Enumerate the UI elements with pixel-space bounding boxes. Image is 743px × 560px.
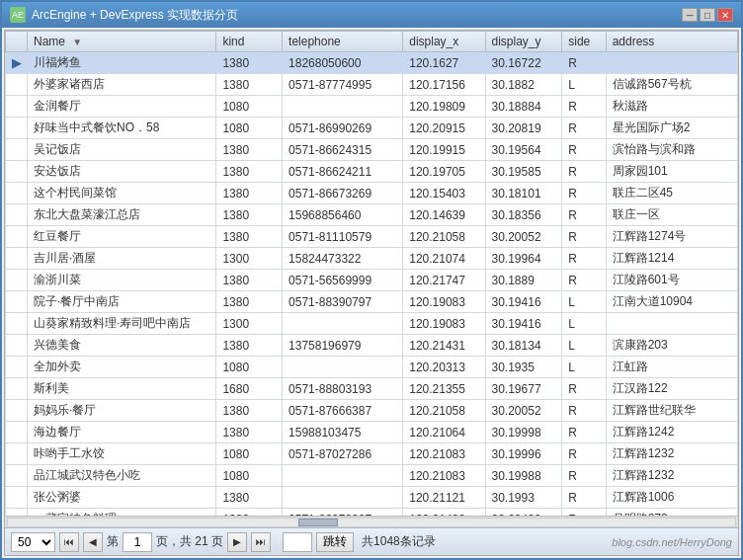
prev-page-button[interactable]: ◀: [83, 532, 103, 552]
cell-name: 全加外卖: [28, 357, 216, 378]
first-page-button[interactable]: ⏮: [59, 532, 79, 552]
cell-display_x: 120.19705: [403, 161, 485, 183]
table-row[interactable]: 斯利美16800571-88803193120.2135530.19677R江汉…: [6, 378, 738, 400]
cell-address: 江汉路122: [606, 378, 737, 400]
cell-telephone: 13758196979: [283, 335, 403, 357]
cell-display_x: 120.19809: [403, 96, 485, 118]
table-row[interactable]: 咔哟手工水饺10800571-87027286120.2108330.19996…: [6, 443, 738, 465]
cell-telephone: [283, 313, 403, 335]
data-table: Name ▼ kind telephone display_x: [5, 31, 738, 516]
page-size-select[interactable]: 50 100 200: [11, 532, 55, 552]
cell-name: 好味当中式餐饮NO．58: [28, 118, 216, 139]
cell-name: 山葵家精致料理·寿司吧中南店: [28, 313, 216, 335]
col-telephone[interactable]: telephone: [283, 32, 403, 52]
table-row[interactable]: 海边餐厅138015988103475120.2106430.19998R江辉路…: [6, 422, 738, 443]
cell-kind: 1380: [216, 204, 283, 226]
cell-indicator: [6, 313, 28, 335]
table-row[interactable]: 山葵家精致料理·寿司吧中南店1300120.1908330.19416L: [6, 313, 738, 335]
table-row[interactable]: 外婆家诸西店13800571-87774995120.1715630.1882L…: [6, 74, 738, 96]
jump-to-page-input[interactable]: [283, 532, 312, 552]
table-row[interactable]: 兴德美食138013758196979120.2143130.18134L滨康路…: [6, 335, 738, 357]
table-row[interactable]: 这个村民间菜馆13800571-86673269120.1540330.1810…: [6, 183, 738, 204]
maximize-button[interactable]: □: [700, 8, 715, 22]
cell-kind: 1380: [216, 487, 283, 509]
table-row[interactable]: 好味当中式餐饮NO．5810800571-86990269120.2091530…: [6, 118, 738, 139]
minimize-button[interactable]: ─: [682, 8, 698, 22]
cell-telephone: 0571-86990269: [283, 118, 403, 139]
horizontal-scrollbar[interactable]: [5, 516, 738, 527]
title-bar-left: AE ArcEngine + DevExpress 实现数据分页: [10, 7, 238, 24]
col-display-y[interactable]: display_y: [485, 32, 562, 52]
cell-address: 江辉路1214: [606, 248, 737, 270]
cell-display_x: 120.14639: [403, 204, 485, 226]
cell-address: 周家园101: [606, 161, 737, 183]
cell-side: L: [562, 74, 606, 96]
cell-display_y: 30.19564: [485, 139, 562, 161]
table-row[interactable]: ▶川福烤鱼138018268050600120.162730.16722R: [6, 52, 738, 74]
table-row[interactable]: 张公粥婆1380120.2112130.1993R江辉路1006: [6, 487, 738, 509]
table-row[interactable]: 一藏家特色料理13000571-88978227120.2149330.2043…: [6, 509, 738, 517]
total-records-label: 共1048条记录: [362, 533, 436, 550]
col-kind[interactable]: kind: [216, 32, 283, 52]
cell-name: 咔哟手工水饺: [28, 443, 216, 465]
page-number-input[interactable]: [123, 532, 152, 552]
col-side-label: side: [568, 35, 590, 48]
scrollbar-track[interactable]: [7, 518, 736, 527]
cell-name: 安达饭店: [28, 161, 216, 183]
cell-kind: 1380: [216, 52, 283, 74]
cell-kind: 1300: [216, 509, 283, 517]
table-row[interactable]: 红豆餐厅13800571-81110579120.2105830.20052R江…: [6, 226, 738, 248]
next-page-button[interactable]: ▶: [227, 532, 247, 552]
cell-indicator: [6, 465, 28, 487]
cell-address: 信诚路567号杭: [606, 74, 737, 96]
cell-address: 联庄一区: [606, 204, 737, 226]
col-display-y-label: display_y: [492, 35, 541, 48]
cell-kind: 1380: [216, 139, 283, 161]
cell-indicator: [6, 443, 28, 465]
cell-indicator: [6, 183, 28, 204]
table-row[interactable]: 东北大盘菜濠江总店138015968856460120.1463930.1835…: [6, 204, 738, 226]
cell-kind: 1680: [216, 378, 283, 400]
jump-button[interactable]: 跳转: [316, 532, 354, 552]
cell-kind: 1080: [216, 118, 283, 139]
cell-name: 一藏家特色料理: [28, 509, 216, 517]
cell-name: 兴德美食: [28, 335, 216, 357]
table-row[interactable]: 品江城武汉特色小吃1080120.2108330.19988R江辉路1232: [6, 465, 738, 487]
cell-display_y: 30.19677: [485, 378, 562, 400]
cell-display_x: 120.20313: [403, 357, 485, 378]
table-container[interactable]: Name ▼ kind telephone display_x: [5, 31, 738, 516]
cell-name: 外婆家诸西店: [28, 74, 216, 96]
table-row[interactable]: 渝浙川菜13800571-56569999120.2174730.1889R江陵…: [6, 270, 738, 291]
col-display-x[interactable]: display_x: [403, 32, 485, 52]
table-row[interactable]: 吉川居·酒屋130015824473322120.2107430.19964R江…: [6, 248, 738, 270]
cell-address: 江辉路1006: [606, 487, 737, 509]
cell-kind: 1380: [216, 226, 283, 248]
col-name[interactable]: Name ▼: [28, 32, 216, 52]
cell-kind: 1380: [216, 291, 283, 313]
table-row[interactable]: 院子·餐厅中南店13800571-88390797120.1908330.194…: [6, 291, 738, 313]
cell-address: 江辉路1232: [606, 465, 737, 487]
table-row[interactable]: 安达饭店13800571-86624211120.1970530.19585R周…: [6, 161, 738, 183]
table-row[interactable]: 吴记饭店13800571-86624315120.1991530.19564R滨…: [6, 139, 738, 161]
cell-address: 联庄二区45: [606, 183, 737, 204]
close-button[interactable]: ✕: [717, 8, 733, 22]
table-row[interactable]: 妈妈乐·餐厅13800571-87666387120.2105830.20052…: [6, 400, 738, 422]
cell-address: 江虹路: [606, 357, 737, 378]
cell-name: 东北大盘菜濠江总店: [28, 204, 216, 226]
table-row[interactable]: 金润餐厅1080120.1980930.18884R秋滋路: [6, 96, 738, 118]
cell-telephone: 0571-81110579: [283, 226, 403, 248]
table-row[interactable]: 全加外卖1080120.2031330.1935L江虹路: [6, 357, 738, 378]
cell-side: R: [562, 509, 606, 517]
cell-side: R: [562, 161, 606, 183]
col-side[interactable]: side: [562, 32, 606, 52]
cell-telephone: [283, 465, 403, 487]
cell-display_y: 30.20052: [485, 400, 562, 422]
cell-name: 张公粥婆: [28, 487, 216, 509]
cell-indicator: [6, 248, 28, 270]
cell-indicator: [6, 74, 28, 96]
scrollbar-thumb[interactable]: [298, 519, 338, 526]
cell-name: 吉川居·酒屋: [28, 248, 216, 270]
cell-side: R: [562, 378, 606, 400]
col-address[interactable]: address: [606, 32, 737, 52]
last-page-button[interactable]: ⏭: [251, 532, 271, 552]
